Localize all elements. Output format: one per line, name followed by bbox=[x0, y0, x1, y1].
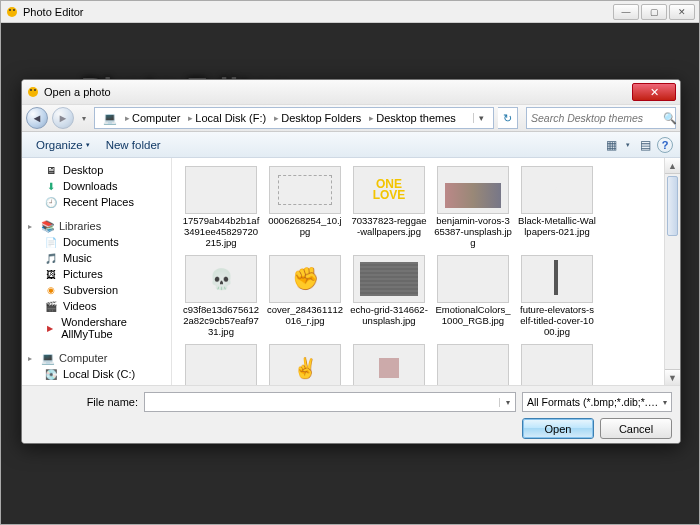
breadcrumb-root-icon[interactable]: 💻 bbox=[99, 112, 121, 125]
file-thumbnail[interactable]: EmotionalColors_1000_RGB.jpg bbox=[432, 253, 514, 340]
sidebar-item-label: Pictures bbox=[63, 268, 103, 280]
sidebar-item[interactable]: Videos bbox=[22, 298, 171, 314]
breadcrumb-item[interactable]: ▸ Desktop Folders bbox=[270, 112, 365, 124]
file-thumbnail[interactable]: echo-grid-314662-unsplash.jpg bbox=[348, 253, 430, 340]
file-thumbnail[interactable]: c93f8e13d6756122a82c9cb57eaf9731.jpg bbox=[180, 253, 262, 340]
thumbnail-image bbox=[521, 166, 593, 214]
library-icon bbox=[44, 268, 58, 280]
file-name: c93f8e13d6756122a82c9cb57eaf9731.jpg bbox=[182, 305, 260, 338]
file-thumbnail[interactable]: future-elevators-self-titled-cover-1000.… bbox=[516, 253, 598, 340]
thumbnail-image bbox=[185, 166, 257, 214]
breadcrumb-item[interactable]: ▸ Local Disk (F:) bbox=[184, 112, 270, 124]
thumbnail-image bbox=[269, 166, 341, 214]
thumbnail-image bbox=[521, 255, 593, 303]
sidebar-item-label: Videos bbox=[63, 300, 96, 312]
file-thumbnail[interactable] bbox=[516, 342, 598, 385]
dialog-close-button[interactable]: ✕ bbox=[632, 83, 676, 101]
file-thumbnail[interactable]: gn9jKfp.jpg bbox=[264, 342, 346, 385]
file-name: cover_284361112016_r.jpg bbox=[266, 305, 344, 327]
file-thumbnail[interactable]: 17579ab44b2b1af3491ee45829720215.jpg bbox=[180, 164, 262, 251]
organize-label: Organize bbox=[36, 139, 83, 151]
file-thumbnail[interactable]: 70337823-reggae-wallpapers.jpg bbox=[348, 164, 430, 251]
file-thumbnail[interactable]: Black-Metallic-Wallpapers-021.jpg bbox=[516, 164, 598, 251]
thumbnail-image bbox=[185, 255, 257, 303]
sidebar-item[interactable]: Music bbox=[22, 250, 171, 266]
sidebar-computer-header[interactable]: ▸ Computer bbox=[22, 350, 171, 366]
library-icon bbox=[44, 252, 58, 264]
open-file-dialog: Open a photo ✕ ◄ ► ▾ 💻 ▸ Computer ▸ Loca… bbox=[21, 79, 681, 444]
minimize-button[interactable]: — bbox=[613, 4, 639, 20]
breadcrumb-item[interactable]: ▸ Computer bbox=[121, 112, 184, 124]
file-name: 17579ab44b2b1af3491ee45829720215.jpg bbox=[182, 216, 260, 249]
dialog-icon bbox=[26, 85, 40, 99]
forward-button[interactable]: ► bbox=[52, 107, 74, 129]
open-button[interactable]: Open bbox=[522, 418, 594, 439]
navigation-bar: ◄ ► ▾ 💻 ▸ Computer ▸ Local Disk (F:) ▸ bbox=[22, 104, 680, 132]
file-thumbnail[interactable] bbox=[432, 342, 514, 385]
library-icon bbox=[44, 236, 58, 248]
sidebar-item-label: Subversion bbox=[63, 284, 118, 296]
sidebar-item[interactable]: Wondershare AllMyTube bbox=[22, 314, 171, 342]
help-button[interactable]: ? bbox=[657, 137, 673, 153]
view-mode-button[interactable]: ▦ bbox=[601, 136, 621, 154]
scrollbar[interactable]: ▲ ▼ bbox=[664, 158, 680, 385]
sidebar-item[interactable]: Desktop bbox=[22, 162, 171, 178]
dialog-body: DesktopDownloadsRecent Places ▸ Librarie… bbox=[22, 158, 680, 385]
file-thumbnail[interactable]: glauco-zuccaccia-132831-unsplash.jpg bbox=[180, 342, 262, 385]
app-window: Photo Editor — ▢ ✕ Photo Editor Open a p… bbox=[0, 0, 700, 525]
sidebar-item-label: Local Disk (C:) bbox=[63, 368, 135, 380]
scroll-up-button[interactable]: ▲ bbox=[665, 158, 680, 174]
cancel-button[interactable]: Cancel bbox=[600, 418, 672, 439]
breadcrumb-item[interactable]: ▸ Desktop themes bbox=[365, 112, 459, 124]
chevron-right-icon: ▸ bbox=[369, 113, 374, 123]
history-dropdown[interactable]: ▾ bbox=[78, 107, 90, 129]
file-thumbnail[interactable] bbox=[348, 342, 430, 385]
window-controls: — ▢ ✕ bbox=[613, 4, 695, 20]
chevron-down-icon: ▾ bbox=[86, 141, 90, 149]
sidebar-item[interactable]: Pictures bbox=[22, 266, 171, 282]
sidebar-libraries-header[interactable]: ▸ Libraries bbox=[22, 218, 171, 234]
thumbnail-image bbox=[437, 344, 509, 385]
svg-point-5 bbox=[34, 89, 36, 91]
back-button[interactable]: ◄ bbox=[26, 107, 48, 129]
search-input[interactable] bbox=[531, 112, 663, 124]
file-thumbnail[interactable]: benjamin-voros-365387-unsplash.jpg bbox=[432, 164, 514, 251]
app-titlebar: Photo Editor — ▢ ✕ bbox=[1, 1, 699, 23]
new-folder-button[interactable]: New folder bbox=[98, 137, 169, 153]
refresh-button[interactable]: ↻ bbox=[498, 107, 518, 129]
scroll-thumb[interactable] bbox=[667, 176, 678, 236]
sidebar-item[interactable]: Downloads bbox=[22, 178, 171, 194]
filename-combo[interactable]: ▾ bbox=[144, 392, 516, 412]
app-title: Photo Editor bbox=[23, 6, 84, 18]
libraries-icon bbox=[41, 220, 55, 232]
file-name: 70337823-reggae-wallpapers.jpg bbox=[350, 216, 428, 238]
address-dropdown[interactable]: ▾ bbox=[473, 113, 489, 123]
scroll-down-button[interactable]: ▼ bbox=[665, 369, 680, 385]
file-thumbnail[interactable]: 0006268254_10.jpg bbox=[264, 164, 346, 251]
file-type-filter[interactable]: All Formats (*.bmp;*.dib;*.gif;*. ▾ bbox=[522, 392, 672, 412]
sidebar-item[interactable]: Documents bbox=[22, 234, 171, 250]
app-close-button[interactable]: ✕ bbox=[669, 4, 695, 20]
search-box[interactable]: 🔍 bbox=[526, 107, 676, 129]
maximize-button[interactable]: ▢ bbox=[641, 4, 667, 20]
sidebar-item[interactable]: Subversion bbox=[22, 282, 171, 298]
svg-point-2 bbox=[13, 9, 15, 11]
app-backdrop: Photo Editor Open a photo ✕ ◄ ► ▾ 💻 ▸ bbox=[1, 23, 699, 524]
library-icon bbox=[44, 322, 56, 334]
preview-pane-button[interactable]: ▤ bbox=[635, 136, 655, 154]
sidebar-drive-item[interactable]: Local Disk (C:) bbox=[22, 366, 171, 382]
library-icon bbox=[44, 284, 58, 296]
svg-point-1 bbox=[9, 9, 11, 11]
organize-menu[interactable]: Organize ▾ bbox=[28, 137, 98, 153]
filename-dropdown[interactable]: ▾ bbox=[499, 398, 515, 407]
sidebar-item[interactable]: Recent Places bbox=[22, 194, 171, 210]
thumbnail-image bbox=[353, 255, 425, 303]
file-thumbnail[interactable]: cover_284361112016_r.jpg bbox=[264, 253, 346, 340]
library-icon bbox=[44, 300, 58, 312]
svg-point-0 bbox=[7, 7, 17, 17]
filename-input[interactable] bbox=[145, 396, 499, 408]
address-bar[interactable]: 💻 ▸ Computer ▸ Local Disk (F:) ▸ Desktop… bbox=[94, 107, 494, 129]
view-mode-dropdown[interactable]: ▾ bbox=[623, 136, 633, 154]
expand-icon: ▸ bbox=[28, 354, 37, 363]
breadcrumb-label: Desktop themes bbox=[376, 112, 455, 124]
